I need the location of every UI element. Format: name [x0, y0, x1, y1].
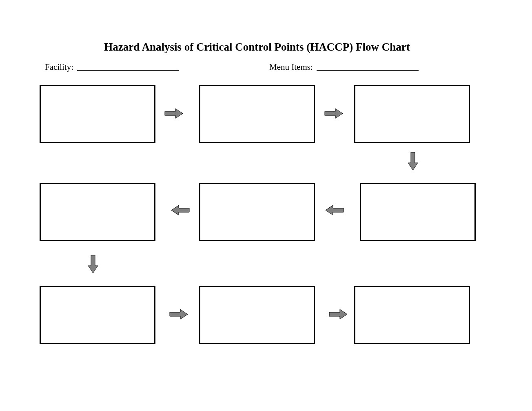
arrow-down-icon — [407, 151, 419, 172]
flow-box-2 — [199, 85, 315, 143]
arrow-right-icon — [169, 308, 189, 320]
arrow-right-icon — [164, 107, 184, 120]
menu-items-field: Menu Items: — [269, 62, 419, 72]
flow-box-8 — [199, 286, 315, 344]
flow-box-4 — [360, 183, 476, 241]
flow-box-5 — [199, 183, 315, 241]
flow-box-1 — [40, 85, 155, 143]
flow-box-3 — [354, 85, 470, 143]
page-title: Hazard Analysis of Critical Control Poin… — [0, 41, 514, 53]
menu-items-label: Menu Items: — [269, 62, 313, 72]
flow-box-6 — [40, 183, 155, 241]
flow-box-7 — [40, 286, 155, 344]
arrow-right-icon — [328, 308, 349, 320]
arrow-left-icon — [324, 204, 344, 216]
menu-items-blank-line — [317, 70, 419, 71]
facility-field: Facility: — [45, 62, 179, 72]
arrow-down-icon — [87, 254, 99, 275]
arrow-right-icon — [324, 107, 344, 120]
flow-box-9 — [354, 286, 470, 344]
facility-blank-line — [77, 70, 179, 71]
arrow-left-icon — [170, 204, 190, 216]
facility-label: Facility: — [45, 62, 73, 72]
